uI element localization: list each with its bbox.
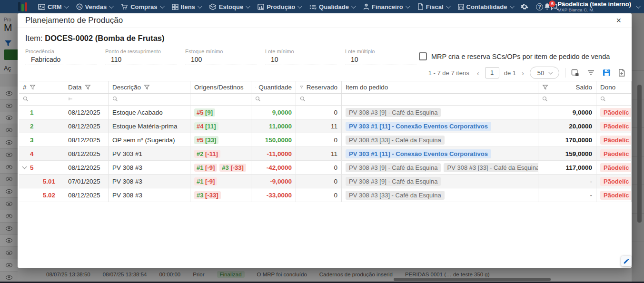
- page-size-select[interactable]: 50: [530, 67, 559, 79]
- save-layout-icon[interactable]: [603, 69, 611, 77]
- chevron-down-icon: [509, 4, 514, 9]
- chevron-down-icon: [406, 4, 410, 9]
- cell-qty: 11,0000: [251, 119, 296, 133]
- settings-gear-icon[interactable]: [520, 2, 529, 11]
- cell-tags: #5 [33]: [190, 133, 251, 146]
- column-header-dono[interactable]: Dono: [596, 81, 632, 93]
- chevron-down-icon: [351, 4, 356, 9]
- filter-cell-qty[interactable]: [251, 94, 296, 105]
- checkbox-icon[interactable]: [419, 52, 427, 60]
- filter-builder-icon[interactable]: [587, 69, 595, 76]
- column-header-date[interactable]: Data: [64, 81, 109, 93]
- cell-dono: Pãodelíc: [596, 133, 632, 146]
- cell-order-items: PV 308 #3 [33] - Café da Esquina: [342, 133, 538, 146]
- chevron-down-icon: [159, 4, 164, 9]
- table-row[interactable]: 5.0208/12/2025PV 308 #3#3 [-33]-33,00000…: [19, 188, 632, 202]
- column-header-tags[interactable]: Origens/Destinos: [190, 81, 251, 93]
- cell-tags: #3 [-33]: [190, 188, 251, 202]
- pager-next-icon[interactable]: ›: [521, 69, 525, 77]
- table-row[interactable]: 408/12/2025PV 303 #1#2 [-11]-11,000011PV…: [19, 147, 632, 161]
- close-icon[interactable]: ×: [614, 15, 623, 26]
- nav-menu-compras[interactable]: Compras: [117, 0, 167, 13]
- cell-date: 08/12/2025: [64, 188, 109, 202]
- nav-menu-estoque[interactable]: Estoque: [205, 0, 253, 13]
- planning-grid: #DataDescriçãoOrigens/DestinosQuantidade…: [19, 81, 632, 202]
- cell-order-items: PV 303 #1 [11] - Conexão Eventos Corpora…: [342, 147, 538, 160]
- column-header-qty[interactable]: Quantidade: [251, 81, 296, 93]
- table-row[interactable]: 508/12/2025PV 308 #3#1 [-9]#3 [-33]-42,0…: [19, 161, 632, 175]
- nav-menu-financeiro[interactable]: $Financeiro: [359, 0, 413, 13]
- nav-menu-qualidade[interactable]: Qualidade: [305, 0, 359, 13]
- nav-menu-label: CRM: [48, 3, 62, 10]
- cell-num: 5.02: [19, 188, 64, 202]
- filter-cell-num[interactable]: [19, 94, 64, 105]
- column-header-res[interactable]: Reservado: [296, 81, 342, 93]
- nav-menu-contabilidade[interactable]: Contabilidade: [454, 0, 517, 13]
- help-icon[interactable]: ?: [535, 2, 544, 11]
- column-header-desc[interactable]: Descrição: [109, 81, 190, 93]
- field-3: Lote mínimo10: [265, 49, 345, 65]
- nav-menu-produção[interactable]: Produção: [253, 0, 305, 13]
- field-1: Ponto de ressuprimento110: [105, 49, 185, 65]
- export-doc-icon[interactable]: [618, 69, 625, 77]
- user-menu[interactable]: Pãodelícia (teste interno) MXP Bianca C.…: [557, 1, 631, 13]
- nav-menu-label: Financeiro: [372, 3, 403, 10]
- table-row[interactable]: 308/12/2025OP sem nº (Sugerida)#5 [33]15…: [19, 133, 632, 147]
- main-menu: CRMSVendasComprasItensEstoqueProduçãoQua…: [34, 0, 517, 13]
- notifications-bell-icon[interactable]: 5: [543, 2, 553, 11]
- cell-dono: Pãodelíc: [596, 119, 632, 133]
- field-label: Lote múltiplo: [345, 49, 425, 54]
- cell-qty: -42,0000: [251, 161, 296, 174]
- table-row[interactable]: 5.0107/01/2025PV 308 #3#1 [-9]-9,00000PV…: [19, 175, 632, 188]
- cell-date: 08/12/2025: [64, 133, 109, 146]
- nav-menu-label: Itens: [181, 3, 195, 10]
- cell-reserved: 11: [296, 119, 342, 133]
- cell-date: 08/12/2025: [64, 161, 109, 174]
- app-logo[interactable]: [18, 2, 27, 11]
- cell-qty: -9,0000: [251, 175, 296, 188]
- nav-menu-vendas[interactable]: SVendas: [72, 0, 117, 13]
- edit-pencil-button[interactable]: [621, 256, 632, 266]
- expand-chevron-icon[interactable]: [22, 165, 27, 169]
- cell-reserved: 0: [296, 175, 342, 188]
- filter-cell-saldo[interactable]: [538, 94, 596, 105]
- pager-page-input[interactable]: 1: [485, 67, 499, 78]
- order-item-chip[interactable]: PV 303 #1 [11] - Conexão Eventos Corpora…: [346, 122, 491, 131]
- nav-menu-crm[interactable]: CRM: [34, 0, 72, 13]
- filter-cell-res[interactable]: [296, 94, 342, 105]
- nav-menu-itens[interactable]: Itens: [168, 0, 205, 13]
- field-2: Estoque mínimo100: [185, 49, 265, 65]
- nav-menu-fiscal[interactable]: Fiscal: [413, 0, 454, 13]
- user-menu-chevron-icon: [636, 4, 641, 9]
- notification-count-badge: 5: [549, 0, 555, 7]
- cell-order-items: PV 308 #3 [9] - Café da EsquinaPV 308 #3…: [342, 161, 538, 174]
- filter-cell-desc[interactable]: [109, 94, 190, 105]
- table-row[interactable]: 208/12/2025Estoque Matéria-prima#4 [11]1…: [19, 119, 632, 133]
- column-label: Quantidade: [258, 84, 292, 91]
- filter-cell-date[interactable]: [64, 94, 109, 105]
- origin-dest-tag: #2 [-11]: [194, 150, 220, 158]
- item-value: DOCES-0002 (Bomba de Frutas): [45, 34, 164, 42]
- origin-dest-tag: #5 [9]: [194, 108, 215, 117]
- field-value: Fabricado: [25, 54, 97, 65]
- cell-qty: 150,0000: [251, 133, 296, 146]
- column-header-num[interactable]: #: [19, 81, 64, 93]
- column-header-saldo[interactable]: Saldo: [538, 81, 596, 93]
- order-item-chip[interactable]: PV 303 #1 [11] - Conexão Eventos Corpora…: [346, 149, 491, 158]
- modal-header: Planejamento de Produção ×: [18, 13, 632, 28]
- cell-desc: PV 308 #3: [109, 175, 190, 188]
- filter-cell-dono[interactable]: [596, 94, 632, 105]
- field-value: 100: [185, 54, 257, 65]
- search-icon: [23, 95, 29, 104]
- cell-tags: #5 [9]: [190, 106, 251, 119]
- table-row[interactable]: 108/12/2025Estoque Acabado#5 [9]9,00000P…: [19, 106, 632, 119]
- cell-num: 3: [19, 133, 64, 146]
- cell-dono: Pãodelíc: [596, 106, 632, 119]
- mrp-checkbox[interactable]: MRP cria e reserva SCs/OPs por item de p…: [419, 52, 610, 60]
- column-chooser-icon[interactable]: [571, 69, 579, 77]
- pager-prev-icon[interactable]: ‹: [476, 69, 480, 77]
- column-label: Item do pedido: [346, 84, 388, 91]
- mrp-checkbox-label: MRP cria e reserva SCs/OPs por item de p…: [431, 53, 610, 60]
- column-header-items[interactable]: Item do pedido: [342, 81, 538, 93]
- svg-text:$: $: [366, 4, 367, 7]
